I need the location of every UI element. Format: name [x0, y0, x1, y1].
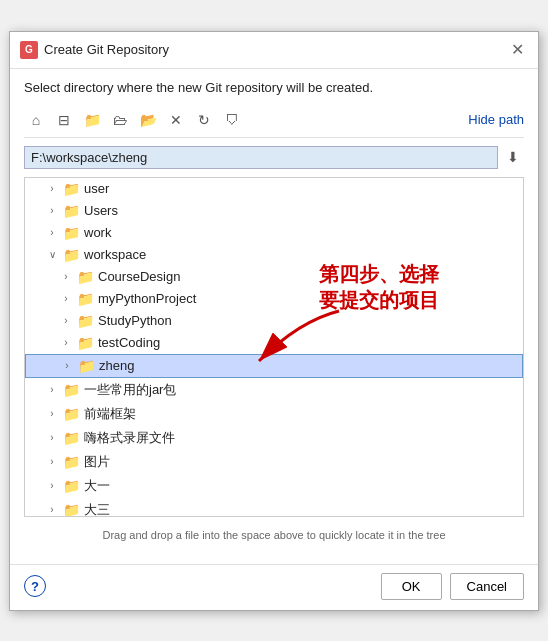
- tree-item-recorder[interactable]: › 📁 嗨格式录屏文件: [25, 426, 523, 450]
- tree-item-users[interactable]: › 📁 Users: [25, 200, 523, 222]
- folder-icon: 📁: [77, 269, 94, 285]
- expand-icon: ›: [59, 337, 73, 348]
- folder-icon: 📁: [77, 313, 94, 329]
- folder-icon: 📁: [63, 478, 80, 494]
- tree-label: work: [84, 225, 111, 240]
- tree-label: user: [84, 181, 109, 196]
- toolbar: ⌂ ⊟ 📁 🗁 📂 ✕ ↻ ⛉ Hide path: [24, 105, 524, 138]
- folder-icon: 📁: [63, 430, 80, 446]
- bottom-hint: Drag and drop a file into the space abov…: [24, 525, 524, 545]
- expand-icon: ›: [59, 271, 73, 282]
- folder-icon: 📁: [63, 203, 80, 219]
- expand-icon: ›: [59, 293, 73, 304]
- dialog-body: Select directory where the new Git repos…: [10, 69, 538, 564]
- folder-icon: 📁: [63, 225, 80, 241]
- folder-button[interactable]: 🗁: [108, 109, 132, 131]
- file-tree[interactable]: › 📁 user › 📁 Users › 📁 work: [24, 177, 524, 517]
- expand-icon: ›: [45, 384, 59, 395]
- tree-label: 大三: [84, 501, 110, 517]
- tree-item-grade3[interactable]: › 📁 大三: [25, 498, 523, 517]
- path-download-button[interactable]: ⬇: [502, 146, 524, 168]
- delete-button[interactable]: ✕: [164, 109, 188, 131]
- folder-icon: 📁: [63, 502, 80, 517]
- tree-label: 前端框架: [84, 405, 136, 423]
- path-row: ⬇: [24, 146, 524, 169]
- expand-icon: ›: [45, 205, 59, 216]
- create-git-repository-dialog: G Create Git Repository ✕ Select directo…: [9, 31, 539, 611]
- close-button[interactable]: ✕: [507, 40, 528, 60]
- bookmark-button[interactable]: ⛉: [220, 109, 244, 131]
- tree-item-grade1[interactable]: › 📁 大一: [25, 474, 523, 498]
- expand-icon: ›: [45, 183, 59, 194]
- tree-label: CourseDesign: [98, 269, 180, 284]
- tree-item-workspace[interactable]: ∨ 📁 workspace: [25, 244, 523, 266]
- ok-button[interactable]: OK: [381, 573, 442, 600]
- hide-path-button[interactable]: Hide path: [468, 112, 524, 127]
- tree-label: zheng: [99, 358, 134, 373]
- title-bar: G Create Git Repository ✕: [10, 32, 538, 69]
- dialog-footer: ? OK Cancel: [10, 564, 538, 610]
- expand-icon: ›: [45, 408, 59, 419]
- tree-item-user[interactable]: › 📁 user: [25, 178, 523, 200]
- tree-item-pictures[interactable]: › 📁 图片: [25, 450, 523, 474]
- expand-icon: ›: [45, 456, 59, 467]
- tree-label: Users: [84, 203, 118, 218]
- tree-item-coursedesign[interactable]: › 📁 CourseDesign: [25, 266, 523, 288]
- tree-item-testcoding[interactable]: › 📁 testCoding: [25, 332, 523, 354]
- help-button[interactable]: ?: [24, 575, 46, 597]
- folder-icon: 📁: [77, 335, 94, 351]
- expand-icon: ›: [45, 227, 59, 238]
- tree-label: workspace: [84, 247, 146, 262]
- tree-label: myPythonProject: [98, 291, 196, 306]
- tree-label: testCoding: [98, 335, 160, 350]
- tree-item-zheng[interactable]: › 📁 zheng: [25, 354, 523, 378]
- expand-icon: ›: [45, 504, 59, 515]
- folder-icon: 📁: [63, 247, 80, 263]
- folder-link-button[interactable]: 📂: [136, 109, 160, 131]
- tree-item-work[interactable]: › 📁 work: [25, 222, 523, 244]
- tree-item-jarpackages[interactable]: › 📁 一些常用的jar包: [25, 378, 523, 402]
- new-folder-button[interactable]: 📁: [80, 109, 104, 131]
- expand-icon: ›: [45, 432, 59, 443]
- folder-icon: 📁: [63, 382, 80, 398]
- expand-icon: ›: [60, 360, 74, 371]
- path-input[interactable]: [24, 146, 498, 169]
- tree-label: 图片: [84, 453, 110, 471]
- cancel-button[interactable]: Cancel: [450, 573, 524, 600]
- folder-icon: 📁: [78, 358, 95, 374]
- git-icon: G: [20, 41, 38, 59]
- expand-icon: ›: [45, 480, 59, 491]
- refresh-button[interactable]: ↻: [192, 109, 216, 131]
- tree-item-frontend[interactable]: › 📁 前端框架: [25, 402, 523, 426]
- desktop-button[interactable]: ⊟: [52, 109, 76, 131]
- folder-icon: 📁: [77, 291, 94, 307]
- tree-item-studypython[interactable]: › 📁 StudyPython: [25, 310, 523, 332]
- dialog-title: Create Git Repository: [44, 42, 169, 57]
- expand-icon: ∨: [45, 249, 59, 260]
- folder-icon: 📁: [63, 454, 80, 470]
- tree-label: 嗨格式录屏文件: [84, 429, 175, 447]
- folder-icon: 📁: [63, 406, 80, 422]
- dialog-description: Select directory where the new Git repos…: [24, 79, 524, 97]
- title-bar-left: G Create Git Repository: [20, 41, 169, 59]
- expand-icon: ›: [59, 315, 73, 326]
- tree-label: 一些常用的jar包: [84, 381, 176, 399]
- home-button[interactable]: ⌂: [24, 109, 48, 131]
- tree-label: 大一: [84, 477, 110, 495]
- folder-icon: 📁: [63, 181, 80, 197]
- footer-buttons: OK Cancel: [381, 573, 524, 600]
- tree-item-mypythonproject[interactable]: › 📁 myPythonProject: [25, 288, 523, 310]
- tree-label: StudyPython: [98, 313, 172, 328]
